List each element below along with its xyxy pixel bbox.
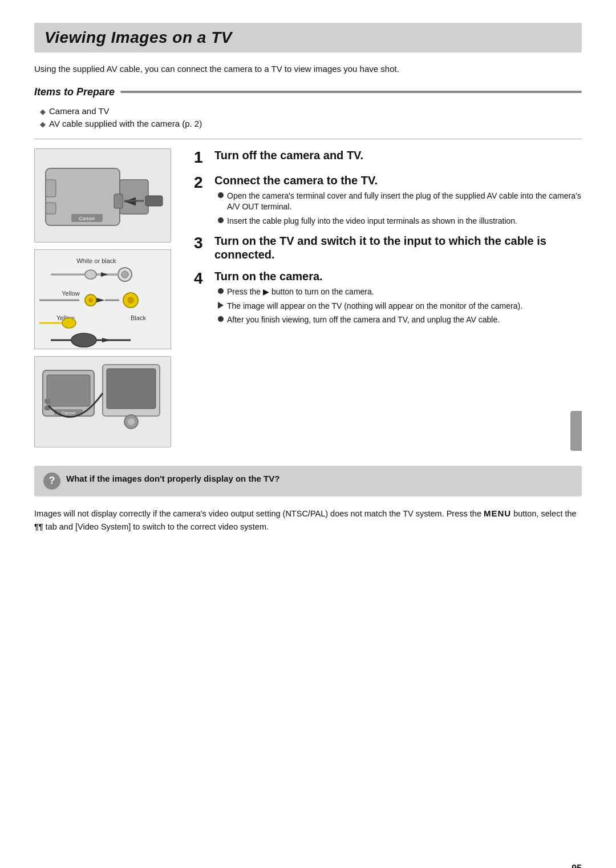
main-content: Canon White or black [34,148,582,454]
step-2-details: Open the camera's terminal cover and ful… [214,191,582,227]
bullet-circle-icon [218,192,224,198]
settings-icon-text: ¶¶ [34,522,43,531]
list-item: ◆ AV cable supplied with the camera (p. … [40,119,582,128]
caution-box: ? What if the images don't properly disp… [34,466,582,496]
section-title: Items to Prepare [34,86,115,98]
svg-rect-37 [107,369,156,409]
section-header: Items to Prepare [34,86,582,98]
list-item-text: AV cable supplied with the camera (p. 2) [49,119,202,128]
list-item-text: Camera and TV [49,106,110,116]
svg-point-23 [127,297,134,304]
step-4-detail-2: The image will appear on the TV (nothing… [218,301,522,312]
svg-rect-9 [145,196,163,206]
step-2: 2 Connect the camera to the TV. Open the… [194,173,582,230]
svg-point-12 [121,271,128,278]
tab-indicator [570,411,582,451]
tv-bottom-image: Canon [34,356,171,447]
bullet-triangle-icon [218,302,224,309]
bullet-icon: ◆ [40,120,46,128]
list-item: ◆ Camera and TV [40,106,582,116]
page-title-bar: Viewing Images on a TV [34,23,582,53]
step-3-title: Turn on the TV and switch it to the inpu… [214,234,582,261]
step-3-number: 3 [194,235,210,251]
step-4-details: Press the ▶ button to turn on the camera… [214,286,522,326]
bullet-circle-icon [218,288,224,294]
svg-marker-20 [96,298,105,302]
menu-text: MENU [484,508,511,518]
step-1-title: Turn off the camera and TV. [214,148,363,162]
svg-rect-31 [47,375,90,406]
step-1-content: Turn off the camera and TV. [214,148,363,162]
footer-text-content: Images will not display correctly if the… [34,509,577,531]
svg-rect-1 [120,180,148,214]
step-4-title: Turn on the camera. [214,269,522,283]
svg-point-19 [88,298,93,302]
step-4-number: 4 [194,271,210,286]
steps-wrapper: 1 Turn off the camera and TV. 2 Connect … [194,148,582,329]
left-column: Canon White or black [34,148,183,454]
step-2-title: Connect the camera to the TV. [214,173,582,187]
divider [34,139,582,139]
step-2-detail-2: Insert the cable plug fully into the vid… [218,216,582,227]
step-3-content: Turn on the TV and switch it to the inpu… [214,234,582,261]
svg-marker-29 [102,338,111,342]
svg-point-39 [128,418,135,425]
caution-icon: ? [43,473,60,490]
yellow1-label: Yellow [62,290,79,297]
intro-text: Using the supplied AV cable, you can con… [34,63,582,76]
step-4-content: Turn on the camera. Press the ▶ button t… [214,269,522,329]
svg-point-27 [71,333,96,347]
svg-rect-4 [114,194,123,208]
section-header-line [120,91,582,93]
svg-rect-3 [46,203,56,214]
black-label: Black [131,314,146,321]
step-2-number: 2 [194,175,210,191]
bullet-circle-icon [218,217,224,223]
step-4-detail-1-text: Press the ▶ button to turn on the camera… [227,286,374,298]
step-4-detail-1: Press the ▶ button to turn on the camera… [218,286,522,298]
step-4: 4 Turn on the camera. Press the ▶ button… [194,269,582,329]
camera-top-image: Canon [34,148,171,243]
page-title: Viewing Images on a TV [44,29,572,47]
cable-diagram: White or black Yellow [34,249,171,349]
bullet-circle-icon [218,316,224,322]
tv-svg: Canon [40,359,165,445]
cable-svg: White or black Yellow [39,255,171,349]
svg-text:Canon: Canon [79,216,95,221]
right-column: 1 Turn off the camera and TV. 2 Connect … [194,148,582,454]
camera-top-svg: Canon [40,151,165,240]
svg-rect-34 [44,399,50,403]
caution-text: What if the images don't properly displa… [66,473,279,485]
step-1-number: 1 [194,150,210,165]
step-4-detail-3-text: After you finish viewing, turn off the c… [227,314,500,326]
step-2-detail-1: Open the camera's terminal cover and ful… [218,191,582,213]
page-number: 95 [572,863,582,868]
svg-text:Canon: Canon [62,410,76,415]
svg-marker-16 [101,272,108,277]
step-3: 3 Turn on the TV and switch it to the in… [194,234,582,261]
step-2-detail-2-text: Insert the cable plug fully into the vid… [227,216,517,227]
svg-rect-2 [46,180,56,197]
step-4-detail-3: After you finish viewing, turn off the c… [218,314,522,326]
step-2-content: Connect the camera to the TV. Open the c… [214,173,582,230]
svg-point-14 [85,270,96,279]
bullet-icon: ◆ [40,107,46,116]
footer-text: Images will not display correctly if the… [34,507,582,534]
white-black-label: White or black [76,257,116,264]
step-2-detail-1-text: Open the camera's terminal cover and ful… [227,191,582,213]
svg-point-25 [62,318,76,328]
step-1: 1 Turn off the camera and TV. [194,148,582,165]
items-list: ◆ Camera and TV ◆ AV cable supplied with… [34,106,582,128]
step-4-detail-2-text: The image will appear on the TV (nothing… [227,301,522,312]
